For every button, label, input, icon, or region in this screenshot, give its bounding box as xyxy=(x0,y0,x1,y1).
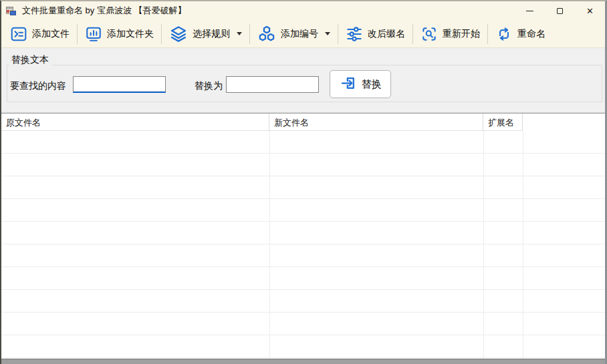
column-header-new-name[interactable]: 新文件名 xyxy=(269,114,483,131)
minimize-icon xyxy=(526,11,533,11)
select-rule-icon xyxy=(169,25,188,43)
toolbar: 添加文件 添加文件夹 选择规则 xyxy=(1,20,605,48)
window-title: 文件批量重命名 by 宝鼎波波 【吾爱破解】 xyxy=(22,5,187,17)
add-file-button[interactable]: 添加文件 xyxy=(4,22,76,46)
column-header-original-name[interactable]: 原文件名 xyxy=(1,114,269,131)
find-label: 要查找的内容 xyxy=(10,80,66,92)
maximize-button[interactable] xyxy=(545,1,575,20)
select-rule-label: 选择规则 xyxy=(193,28,230,40)
replace-with-input[interactable] xyxy=(226,76,319,93)
replace-button-label: 替换 xyxy=(362,78,382,91)
add-number-button[interactable]: 添加编号 xyxy=(251,22,336,46)
grid-divider xyxy=(483,131,484,359)
find-input[interactable] xyxy=(73,76,166,93)
change-extension-label: 改后缀名 xyxy=(368,28,405,40)
restart-label: 重新开始 xyxy=(443,28,480,40)
replace-button[interactable]: 替换 xyxy=(330,70,391,98)
add-folder-label: 添加文件夹 xyxy=(107,28,154,40)
app-icon xyxy=(6,5,17,16)
close-button[interactable]: ✕ xyxy=(575,1,605,20)
window-bottom-border xyxy=(1,359,605,364)
add-folder-icon xyxy=(85,25,102,43)
replace-with-label: 替换为 xyxy=(195,80,223,92)
minimize-button[interactable] xyxy=(515,1,545,20)
app-window: 文件批量重命名 by 宝鼎波波 【吾爱破解】 ✕ 添加文件 xyxy=(0,0,607,364)
add-folder-button[interactable]: 添加文件夹 xyxy=(79,22,160,46)
maximize-icon xyxy=(557,8,563,14)
toolbar-separator xyxy=(412,24,413,44)
rename-button[interactable]: 重命名 xyxy=(489,22,552,46)
grid-divider xyxy=(523,131,523,359)
change-extension-icon xyxy=(346,25,363,43)
groupbox-title: 替换文本 xyxy=(9,54,51,66)
file-list: 原文件名 新文件名 扩展名 xyxy=(1,113,605,359)
replace-arrow-icon xyxy=(340,74,358,94)
file-list-body xyxy=(1,131,605,359)
restart-icon xyxy=(420,25,438,43)
add-file-label: 添加文件 xyxy=(32,28,70,40)
add-number-label: 添加编号 xyxy=(281,28,318,40)
restart-button[interactable]: 重新开始 xyxy=(414,22,486,46)
add-file-icon xyxy=(10,25,27,43)
toolbar-separator xyxy=(338,24,338,44)
select-rule-button[interactable]: 选择规则 xyxy=(163,22,248,46)
chevron-down-icon xyxy=(325,32,330,35)
replace-text-panel: 替换文本 要查找的内容 替换为 替换 xyxy=(1,48,605,113)
add-number-icon xyxy=(257,25,276,43)
close-icon: ✕ xyxy=(586,7,594,15)
grid-divider xyxy=(269,131,270,359)
title-bar: 文件批量重命名 by 宝鼎波波 【吾爱破解】 ✕ xyxy=(1,1,605,20)
file-list-header: 原文件名 新文件名 扩展名 xyxy=(1,114,605,131)
toolbar-separator xyxy=(249,24,250,44)
rename-icon xyxy=(495,25,513,43)
rename-label: 重命名 xyxy=(517,28,545,40)
toolbar-separator xyxy=(161,24,162,44)
change-extension-button[interactable]: 改后缀名 xyxy=(340,22,411,46)
chevron-down-icon xyxy=(237,32,242,35)
column-header-extension[interactable]: 扩展名 xyxy=(483,114,523,131)
column-header-filler xyxy=(523,114,605,131)
caption-buttons: ✕ xyxy=(515,1,605,20)
toolbar-separator xyxy=(487,24,488,44)
toolbar-separator xyxy=(77,24,78,44)
